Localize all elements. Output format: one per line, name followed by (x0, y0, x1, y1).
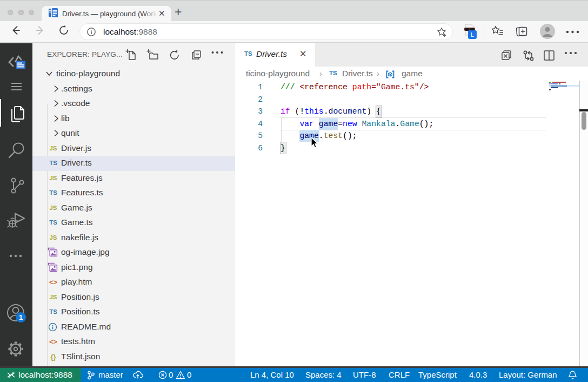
svg-text:L: L (471, 31, 474, 38)
svg-text:1: 1 (19, 313, 23, 321)
